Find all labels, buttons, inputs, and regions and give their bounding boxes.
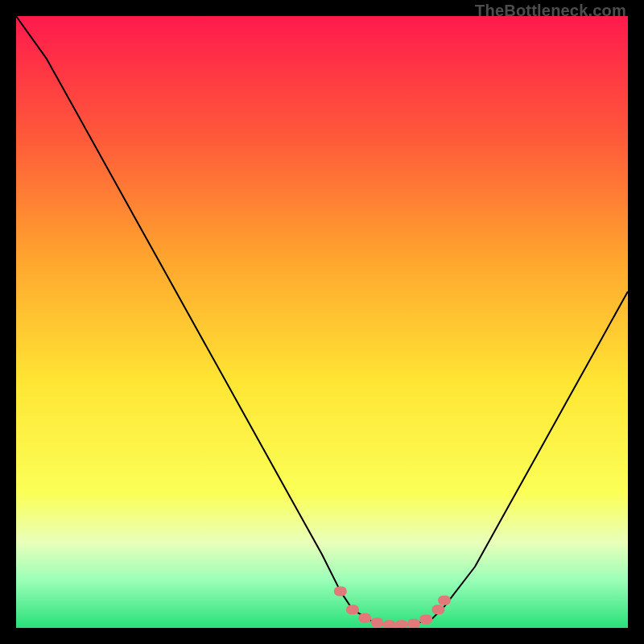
marker-dot [370,617,383,627]
marker-dot [438,596,451,605]
marker-dot [334,586,347,596]
chart-frame: TheBottleneck.com [0,0,644,644]
marker-dot [419,614,432,624]
gradient-background [16,16,628,628]
chart-svg [16,16,628,628]
plot-area [16,16,628,628]
marker-dot [407,619,420,628]
marker-dot [395,620,408,628]
marker-dot [346,605,359,614]
marker-dot [358,613,371,623]
marker-dot [383,620,396,628]
marker-dot [431,605,444,614]
